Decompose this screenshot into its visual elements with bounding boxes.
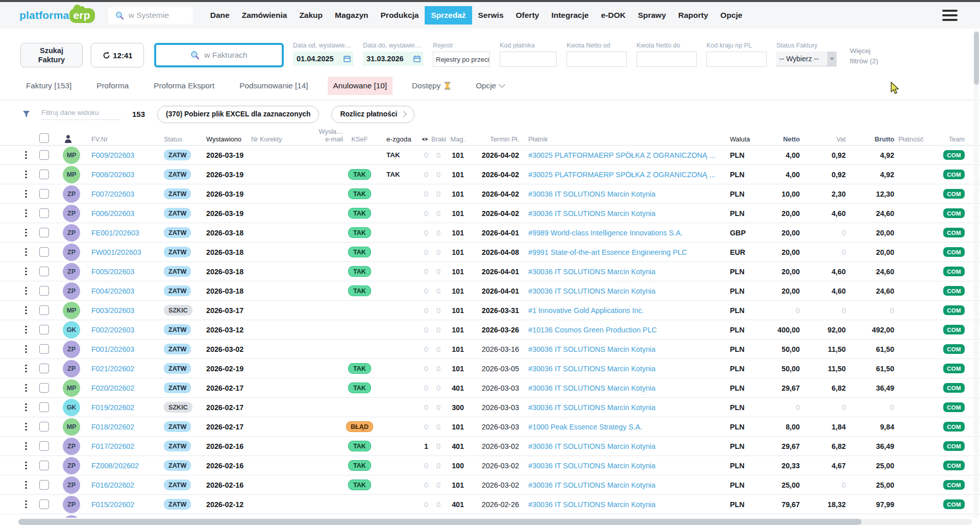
team-badge[interactable]: COM — [943, 305, 965, 315]
row-checkbox[interactable] — [35, 208, 53, 218]
payer-name[interactable]: #30036 IT SOLUTIONS Marcin Kotynia — [528, 190, 655, 198]
row-menu-kebab-icon[interactable] — [22, 306, 30, 315]
export-excel-button[interactable]: (370) Pobierz plik EXCEL dla zaznaczonyc… — [157, 106, 319, 123]
row-menu-kebab-icon[interactable] — [22, 268, 30, 276]
refresh-button[interactable]: 12:41 — [91, 43, 144, 67]
team-badge[interactable]: COM — [943, 461, 965, 470]
payer-link[interactable]: #30036 IT SOLUTIONS Marcin Kotynia — [523, 345, 725, 353]
tab-proformaeksport[interactable]: Proforma Eksport — [148, 77, 220, 95]
payer-name[interactable]: #30036 IT SOLUTIONS Marcin Kotynia — [528, 287, 655, 295]
team-badge[interactable]: COM — [943, 480, 965, 490]
checkbox-icon[interactable] — [39, 402, 49, 412]
filter-input-data_od[interactable]: 01.04.2025 — [293, 52, 353, 66]
payer-link[interactable]: #30036 IT SOLUTIONS Marcin Kotynia — [523, 500, 725, 509]
row-checkbox[interactable] — [35, 441, 53, 451]
global-search-input[interactable]: w Systemie — [108, 7, 193, 24]
row-menu-kebab-icon[interactable] — [22, 442, 30, 450]
team-badge[interactable]: COM — [943, 441, 965, 451]
invoice-number-link[interactable]: FW001/202603 — [83, 248, 149, 256]
row-menu-kebab-icon[interactable] — [22, 190, 30, 198]
checkbox-icon[interactable] — [39, 499, 49, 509]
nav-item-zakup[interactable]: Zakup — [293, 6, 329, 25]
payer-name[interactable]: #30036 IT SOLUTIONS Marcin Kotynia — [528, 500, 655, 509]
payer-name[interactable]: #30036 IT SOLUTIONS Marcin Kotynia — [528, 403, 655, 412]
filter-input-data_do[interactable]: 31.03.2026 — [363, 52, 423, 66]
row-checkbox[interactable] — [35, 286, 53, 296]
payer-link[interactable]: #9991 State-of-the-art Essence Engineeri… — [523, 248, 725, 256]
invoice-number[interactable]: F005/202603 — [91, 268, 134, 276]
payer-link[interactable]: #30036 IT SOLUTIONS Marcin Kotynia — [523, 365, 725, 373]
invoice-number-link[interactable]: FZ008/202602 — [83, 462, 149, 470]
payer-link[interactable]: #30036 IT SOLUTIONS Marcin Kotynia — [523, 384, 725, 392]
payer-link[interactable]: #30036 IT SOLUTIONS Marcin Kotynia — [523, 268, 725, 276]
team-badge[interactable]: COM — [943, 267, 965, 276]
team-badge[interactable]: COM — [943, 189, 965, 199]
tab-anulowane10[interactable]: Anulowane [10] — [328, 77, 393, 95]
more-filters-link[interactable]: Więcej filtrów (2) — [850, 46, 890, 67]
row-checkbox[interactable] — [35, 325, 53, 334]
payer-name[interactable]: #9989 World-class Intelligence Innovatio… — [528, 229, 683, 237]
row-checkbox[interactable] — [35, 170, 53, 179]
row-menu-kebab-icon[interactable] — [22, 423, 30, 431]
tab-podsumowanie14[interactable]: Podsumowanie [14] — [234, 77, 313, 95]
filter-input-kwota_netto_do[interactable] — [636, 52, 697, 67]
team-badge[interactable]: COM — [943, 344, 965, 354]
team-badge[interactable]: COM — [943, 286, 965, 296]
nav-item-zamwienia[interactable]: Zamówienia — [236, 6, 293, 25]
invoice-number[interactable]: F018/202602 — [91, 423, 134, 431]
checkbox-icon[interactable] — [39, 286, 49, 296]
team-badge[interactable]: COM — [943, 383, 965, 393]
calendar-icon[interactable] — [344, 55, 351, 62]
select-all-checkbox[interactable] — [35, 133, 53, 143]
invoice-number-link[interactable]: F019/202602 — [83, 403, 149, 412]
payer-link[interactable]: #30025 PLATFORMAERP SPÓŁKA Z OGRANICZONĄ… — [523, 171, 725, 179]
nav-item-opcje[interactable]: Opcje — [714, 6, 748, 25]
checkbox-icon[interactable] — [39, 228, 49, 237]
payer-name[interactable]: #30036 IT SOLUTIONS Marcin Kotynia — [528, 481, 655, 489]
hamburger-menu-icon[interactable] — [942, 10, 958, 21]
row-checkbox[interactable] — [35, 305, 53, 315]
row-menu-kebab-icon[interactable] — [22, 462, 30, 470]
payer-link[interactable]: #30036 IT SOLUTIONS Marcin Kotynia — [523, 403, 725, 412]
horizontal-scrollbar[interactable] — [18, 519, 972, 525]
nav-item-serwis[interactable]: Serwis — [472, 6, 510, 25]
row-checkbox[interactable] — [35, 150, 53, 160]
invoice-number-link[interactable]: F007/202603 — [83, 190, 149, 198]
invoice-number[interactable]: F003/202603 — [91, 306, 134, 315]
payer-link[interactable]: #1 Innovative Gold Applications Inc. — [523, 306, 725, 315]
payer-link[interactable]: #30025 PLATFORMAERP SPÓŁKA Z OGRANICZONĄ… — [523, 151, 725, 159]
nav-item-raporty[interactable]: Raporty — [672, 6, 715, 25]
row-menu-kebab-icon[interactable] — [22, 345, 30, 353]
row-checkbox[interactable] — [35, 402, 53, 412]
row-checkbox[interactable] — [35, 189, 53, 199]
rozlicz-platnosci-button[interactable]: Rozlicz płatności — [331, 106, 414, 123]
team-badge[interactable]: COM — [943, 364, 965, 373]
checkbox-icon[interactable] — [39, 364, 49, 373]
row-menu-kebab-icon[interactable] — [22, 287, 30, 295]
nav-item-sprzeda[interactable]: Sprzedaż — [425, 6, 472, 25]
invoice-number-link[interactable]: F004/202603 — [83, 287, 149, 295]
row-menu-kebab-icon[interactable] — [22, 481, 30, 489]
payer-link[interactable]: #30036 IT SOLUTIONS Marcin Kotynia — [523, 190, 725, 198]
checkbox-icon[interactable] — [39, 422, 49, 432]
invoice-number-link[interactable]: F005/202603 — [83, 268, 149, 276]
team-badge[interactable]: COM — [943, 150, 965, 160]
vertical-scrollbar[interactable] — [974, 30, 979, 518]
invoice-number-link[interactable]: F016/202602 — [83, 481, 149, 489]
invoice-number[interactable]: F001/202603 — [91, 345, 134, 353]
payer-link[interactable]: #30036 IT SOLUTIONS Marcin Kotynia — [523, 462, 725, 470]
szukaj-faktury-button[interactable]: Szukaj Faktury — [20, 43, 83, 67]
tab-dostpy[interactable]: Dostępy — [406, 77, 456, 95]
team-badge[interactable]: COM — [943, 208, 965, 218]
checkbox-icon[interactable] — [39, 480, 49, 490]
row-menu-kebab-icon[interactable] — [22, 151, 30, 159]
invoice-number[interactable]: F021/202602 — [91, 365, 134, 373]
nav-item-integracje[interactable]: Integracje — [545, 6, 595, 25]
filter-input-rejestr[interactable]: Rejestry po przecinku — [433, 52, 490, 67]
row-checkbox[interactable] — [35, 422, 53, 432]
invoice-number[interactable]: FZ008/202602 — [91, 462, 139, 470]
invoice-number[interactable]: F007/202603 — [91, 190, 134, 198]
team-badge[interactable]: COM — [943, 325, 965, 334]
row-menu-kebab-icon[interactable] — [22, 384, 30, 392]
invoice-number[interactable]: F020/202602 — [91, 384, 134, 392]
